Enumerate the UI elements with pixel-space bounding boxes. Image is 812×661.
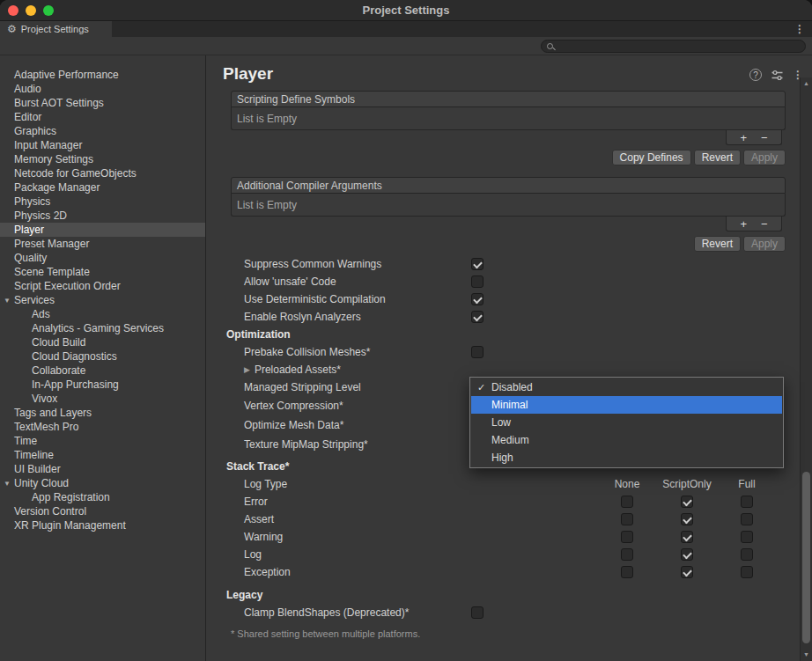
tab-project-settings[interactable]: ⚙ Project Settings [0,21,112,37]
sidebar-item[interactable]: ▼ Ads [0,307,205,321]
sidebar-item[interactable]: ▼ Tags and Layers [0,406,205,420]
sidebar-item[interactable]: ▼ Input Manager [0,138,205,152]
vertical-scrollbar[interactable]: ▲ ▼ [800,77,812,661]
dropdown-menu-item[interactable]: ✓ Disabled [471,378,782,396]
sidebar-item[interactable]: ▼ Preset Manager [0,237,205,251]
legacy-section-header: Legacy [226,586,786,604]
apply-button[interactable]: Apply [743,150,786,165]
shared-setting-footnote: * Shared setting between multiple platfo… [231,628,786,639]
preloaded-assets-row[interactable]: ▶ Preloaded Assets* [226,361,786,378]
dropdown-menu-item[interactable]: ✓ Low [471,414,782,431]
remove-item-button[interactable]: − [761,132,768,143]
scriptonly-checkbox[interactable] [681,548,693,561]
sidebar-item[interactable]: ▼ Services [0,293,205,307]
sidebar-item[interactable]: ▼ Burst AOT Settings [0,96,205,110]
none-checkbox[interactable] [621,566,633,578]
sidebar-item[interactable]: ▼ Netcode for GameObjects [0,166,205,180]
help-icon[interactable]: ? [749,69,762,81]
sidebar-item[interactable]: ▼ Time [0,434,205,448]
stack-trace-row: Warning [226,528,786,546]
search-field[interactable] [541,40,806,53]
sidebar-item[interactable]: ▼ Script Execution Order [0,279,205,293]
add-item-button[interactable]: + [740,218,747,230]
zoom-button[interactable] [43,5,54,16]
sidebar-item[interactable]: ▼ Quality [0,251,205,265]
sidebar-item[interactable]: ▼ App Registration [0,490,205,504]
sidebar-item[interactable]: ▼ In-App Purchasing [0,378,205,392]
close-button[interactable] [8,5,18,16]
tab-strip: ⚙ Project Settings ⋮ [0,21,812,37]
full-checkbox[interactable] [741,566,753,578]
sidebar-item[interactable]: ▼ Analytics - Gaming Services [0,321,205,335]
none-checkbox[interactable] [621,531,633,543]
full-checkbox[interactable] [741,531,753,543]
sidebar-item[interactable]: ▼ Cloud Build [0,335,205,349]
search-input[interactable] [557,41,800,52]
scroll-down-arrow-icon[interactable]: ▼ [801,650,812,660]
scriptonly-checkbox[interactable] [681,496,693,508]
sidebar-item[interactable]: ▼ XR Plugin Management [0,518,205,532]
sidebar-item-label: Physics [14,195,50,208]
scriptonly-checkbox[interactable] [681,513,693,525]
sidebar-item[interactable]: ▼ Vivox [0,392,205,406]
scriptonly-checkbox[interactable] [681,531,693,543]
preset-sliders-icon[interactable] [771,70,783,81]
current-checkmark-icon: ✓ [477,382,491,393]
setting-checkbox[interactable] [471,311,484,323]
none-checkbox[interactable] [621,496,633,508]
none-checkbox[interactable] [621,513,633,525]
foldout-closed-icon[interactable]: ▶ [244,365,250,374]
define-symbols-buttons: Copy Defines Revert Apply [226,150,786,165]
sidebar-item[interactable]: ▼ Physics [0,195,205,209]
setting-checkbox[interactable] [471,275,484,288]
scrollbar-thumb[interactable] [802,472,810,644]
clamp-blendshapes-row: Clamp BlendShapes (Deprecated)* [226,604,786,621]
dropdown-menu-item[interactable]: ✓ Medium [471,431,782,449]
setting-row: Use Deterministic Compilation [226,290,786,308]
setting-checkbox[interactable] [471,293,484,305]
sidebar-item[interactable]: ▼ Timeline [0,448,205,462]
sidebar-item[interactable]: ▼ Collaborate [0,364,205,378]
sidebar-item[interactable]: ▼ Adaptive Performance [0,68,205,82]
sidebar-item[interactable]: ▼ Memory Settings [0,152,205,166]
revert-button[interactable]: Revert [694,150,741,165]
add-item-button[interactable]: + [740,132,747,143]
minimize-button[interactable] [26,5,36,16]
sidebar-item[interactable]: ▼ Cloud Diagnostics [0,349,205,364]
gear-icon: ⚙ [7,24,17,34]
sidebar-item[interactable]: ▼ Package Manager [0,180,205,195]
scriptonly-checkbox[interactable] [681,566,693,578]
tab-menu-kebab-icon[interactable]: ⋮ [794,24,805,34]
optimization-section-header: Optimization [226,326,786,343]
scripting-define-symbols-list: Scripting Define Symbols List is Empty +… [231,91,786,145]
sidebar-item[interactable]: ▼ Unity Cloud [0,476,205,490]
sidebar-item[interactable]: ▼ Version Control [0,504,205,518]
full-checkbox[interactable] [741,496,753,508]
dropdown-menu-item[interactable]: ✓ Minimal [471,396,782,414]
apply-button[interactable]: Apply [743,236,786,252]
full-checkbox[interactable] [741,513,753,525]
sidebar-item[interactable]: ▼ Audio [0,82,205,96]
scroll-up-arrow-icon[interactable]: ▲ [801,78,812,89]
foldout-open-icon[interactable]: ▼ [4,480,11,488]
foldout-open-icon[interactable]: ▼ [4,297,11,305]
none-checkbox[interactable] [621,548,633,561]
sidebar-item[interactable]: ▼ Physics 2D [0,209,205,223]
copy-defines-button[interactable]: Copy Defines [612,150,691,165]
sidebar-item[interactable]: ▼ UI Builder [0,462,205,476]
dropdown-menu-item[interactable]: ✓ High [471,449,782,466]
compiler-settings-group: Suppress Common Warnings Allow 'unsafe' … [226,255,786,326]
sidebar-item[interactable]: ▼ Player [0,223,205,237]
remove-item-button[interactable]: − [761,218,768,230]
prebake-collision-checkbox[interactable] [471,346,484,358]
dropdown-menu-item-label: Minimal [491,399,528,411]
setting-checkbox[interactable] [471,258,484,270]
full-checkbox[interactable] [741,548,753,561]
sidebar-item-label: Cloud Build [32,336,85,349]
clamp-blendshapes-checkbox[interactable] [471,606,484,619]
sidebar-item[interactable]: ▼ Scene Template [0,265,205,279]
sidebar-item[interactable]: ▼ TextMesh Pro [0,420,205,434]
sidebar-item[interactable]: ▼ Graphics [0,124,205,138]
sidebar-item[interactable]: ▼ Editor [0,110,205,124]
revert-button[interactable]: Revert [694,236,741,252]
